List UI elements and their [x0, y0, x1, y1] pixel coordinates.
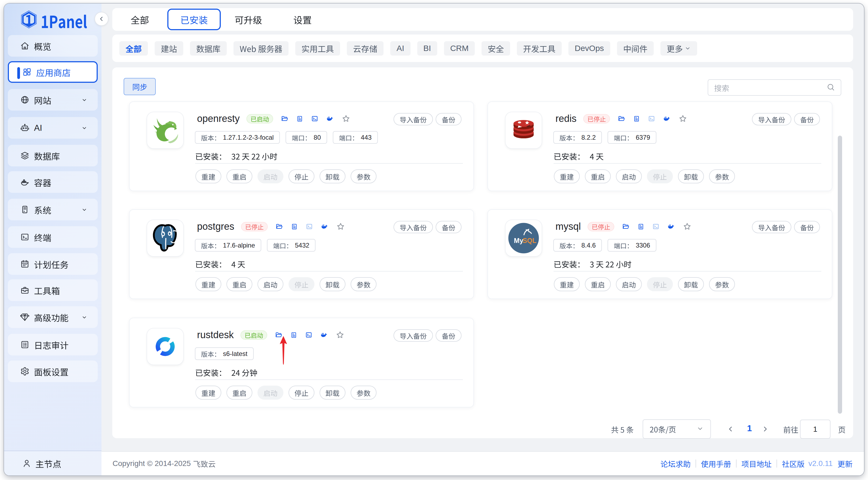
svg-text:SQL: SQL [523, 237, 536, 244]
svg-text:My: My [514, 237, 523, 244]
